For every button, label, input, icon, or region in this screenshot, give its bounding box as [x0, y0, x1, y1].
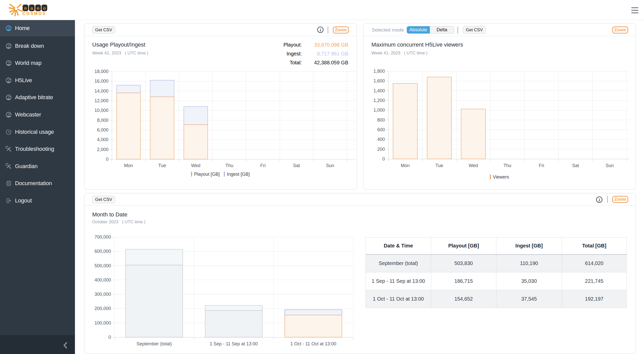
svg-text:a: a — [30, 6, 33, 11]
svg-text:n: n — [24, 6, 27, 11]
svg-text:o: o — [43, 6, 45, 11]
svg-text:COSMOS: COSMOS — [23, 11, 46, 16]
svg-text:n: n — [37, 6, 39, 11]
